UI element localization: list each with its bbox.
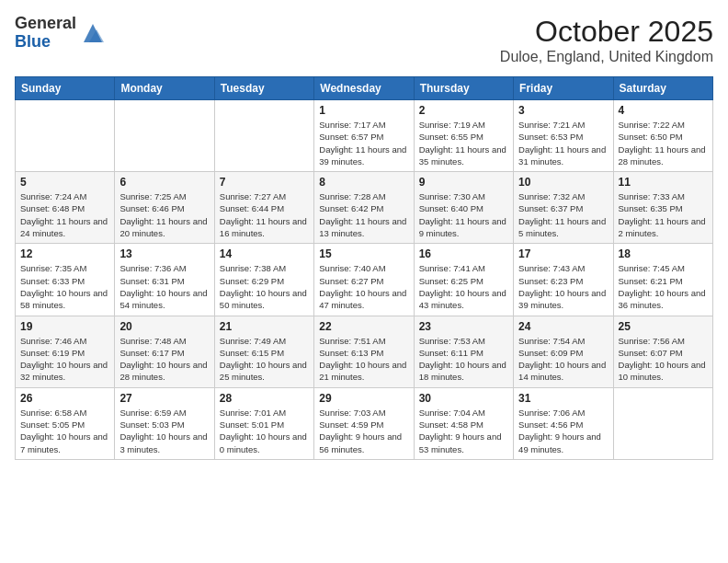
day-number: 3 — [518, 104, 608, 117]
page-container: General Blue October 2025 Duloe, England… — [0, 0, 728, 467]
calendar-header-wednesday: Wednesday — [314, 77, 414, 100]
calendar-cell: 19Sunrise: 7:46 AM Sunset: 6:19 PM Dayli… — [16, 316, 115, 387]
calendar-cell — [214, 100, 313, 172]
calendar-cell: 17Sunrise: 7:43 AM Sunset: 6:23 PM Dayli… — [514, 244, 613, 316]
calendar-week-3: 19Sunrise: 7:46 AM Sunset: 6:19 PM Dayli… — [16, 316, 713, 387]
day-info: Sunrise: 7:04 AM Sunset: 4:58 PM Dayligh… — [419, 407, 508, 455]
day-info: Sunrise: 7:46 AM Sunset: 6:19 PM Dayligh… — [20, 335, 109, 384]
calendar-cell: 18Sunrise: 7:45 AM Sunset: 6:21 PM Dayli… — [613, 244, 712, 316]
title-block: October 2025 Duloe, England, United King… — [500, 15, 713, 65]
day-number: 19 — [20, 320, 109, 333]
logo-general: General — [15, 15, 76, 33]
day-number: 29 — [319, 392, 408, 405]
calendar-cell: 21Sunrise: 7:49 AM Sunset: 6:15 PM Dayli… — [214, 316, 313, 387]
calendar-cell: 31Sunrise: 7:06 AM Sunset: 4:56 PM Dayli… — [514, 387, 613, 459]
calendar-table: SundayMondayTuesdayWednesdayThursdayFrid… — [15, 76, 713, 460]
day-number: 6 — [119, 176, 209, 189]
calendar-cell: 24Sunrise: 7:54 AM Sunset: 6:09 PM Dayli… — [514, 316, 613, 387]
day-number: 30 — [419, 392, 508, 405]
calendar-cell: 5Sunrise: 7:24 AM Sunset: 6:48 PM Daylig… — [16, 172, 115, 244]
day-info: Sunrise: 7:40 AM Sunset: 6:27 PM Dayligh… — [319, 262, 408, 311]
day-info: Sunrise: 7:38 AM Sunset: 6:29 PM Dayligh… — [220, 262, 309, 311]
calendar-header-row: SundayMondayTuesdayWednesdayThursdayFrid… — [16, 77, 713, 100]
calendar-cell: 28Sunrise: 7:01 AM Sunset: 5:01 PM Dayli… — [214, 387, 313, 459]
day-info: Sunrise: 7:22 AM Sunset: 6:50 PM Dayligh… — [619, 119, 708, 167]
day-info: Sunrise: 7:17 AM Sunset: 6:57 PM Dayligh… — [319, 119, 408, 167]
day-info: Sunrise: 7:41 AM Sunset: 6:25 PM Dayligh… — [419, 262, 508, 311]
calendar-cell: 12Sunrise: 7:35 AM Sunset: 6:33 PM Dayli… — [16, 244, 115, 316]
calendar-cell — [16, 100, 115, 172]
day-info: Sunrise: 7:30 AM Sunset: 6:40 PM Dayligh… — [419, 190, 508, 239]
day-info: Sunrise: 7:03 AM Sunset: 4:59 PM Dayligh… — [319, 407, 408, 455]
calendar-week-4: 26Sunrise: 6:58 AM Sunset: 5:05 PM Dayli… — [16, 387, 713, 459]
day-number: 10 — [518, 176, 608, 189]
day-info: Sunrise: 7:56 AM Sunset: 6:07 PM Dayligh… — [619, 335, 708, 384]
day-number: 21 — [220, 320, 309, 333]
day-number: 7 — [220, 176, 309, 189]
calendar-cell: 26Sunrise: 6:58 AM Sunset: 5:05 PM Dayli… — [16, 387, 115, 459]
calendar-header-friday: Friday — [514, 77, 613, 100]
day-info: Sunrise: 7:54 AM Sunset: 6:09 PM Dayligh… — [518, 335, 608, 384]
day-info: Sunrise: 7:48 AM Sunset: 6:17 PM Dayligh… — [119, 335, 209, 384]
day-info: Sunrise: 6:58 AM Sunset: 5:05 PM Dayligh… — [20, 407, 109, 455]
calendar-cell: 15Sunrise: 7:40 AM Sunset: 6:27 PM Dayli… — [314, 244, 414, 316]
day-number: 17 — [518, 247, 608, 260]
calendar-cell: 2Sunrise: 7:19 AM Sunset: 6:55 PM Daylig… — [414, 100, 513, 172]
calendar-cell — [613, 387, 712, 459]
day-number: 24 — [518, 320, 608, 333]
calendar-cell: 20Sunrise: 7:48 AM Sunset: 6:17 PM Dayli… — [115, 316, 214, 387]
calendar-cell: 3Sunrise: 7:21 AM Sunset: 6:53 PM Daylig… — [514, 100, 613, 172]
day-number: 16 — [419, 247, 508, 260]
day-number: 2 — [419, 104, 508, 117]
calendar-cell: 10Sunrise: 7:32 AM Sunset: 6:37 PM Dayli… — [514, 172, 613, 244]
day-info: Sunrise: 7:35 AM Sunset: 6:33 PM Dayligh… — [20, 262, 109, 311]
calendar-week-1: 5Sunrise: 7:24 AM Sunset: 6:48 PM Daylig… — [16, 172, 713, 244]
header: General Blue October 2025 Duloe, England… — [15, 15, 713, 65]
day-info: Sunrise: 7:33 AM Sunset: 6:35 PM Dayligh… — [619, 190, 708, 239]
calendar-header-sunday: Sunday — [16, 77, 115, 100]
day-info: Sunrise: 7:49 AM Sunset: 6:15 PM Dayligh… — [220, 335, 309, 384]
calendar-week-0: 1Sunrise: 7:17 AM Sunset: 6:57 PM Daylig… — [16, 100, 713, 172]
calendar-cell: 7Sunrise: 7:27 AM Sunset: 6:44 PM Daylig… — [214, 172, 313, 244]
day-number: 23 — [419, 320, 508, 333]
day-number: 5 — [20, 176, 109, 189]
day-number: 1 — [319, 104, 408, 117]
calendar-header-thursday: Thursday — [414, 77, 513, 100]
calendar-cell: 29Sunrise: 7:03 AM Sunset: 4:59 PM Dayli… — [314, 387, 414, 459]
location: Duloe, England, United Kingdom — [500, 49, 713, 65]
day-info: Sunrise: 7:45 AM Sunset: 6:21 PM Dayligh… — [619, 262, 708, 311]
calendar-cell: 16Sunrise: 7:41 AM Sunset: 6:25 PM Dayli… — [414, 244, 513, 316]
day-number: 15 — [319, 247, 408, 260]
day-number: 31 — [518, 392, 608, 405]
day-info: Sunrise: 7:21 AM Sunset: 6:53 PM Dayligh… — [518, 119, 608, 167]
day-number: 18 — [619, 247, 708, 260]
calendar-cell: 27Sunrise: 6:59 AM Sunset: 5:03 PM Dayli… — [115, 387, 214, 459]
logo: General Blue — [15, 15, 106, 52]
day-number: 11 — [619, 176, 708, 189]
calendar-header-saturday: Saturday — [613, 77, 712, 100]
calendar-cell: 6Sunrise: 7:25 AM Sunset: 6:46 PM Daylig… — [115, 172, 214, 244]
calendar-cell: 23Sunrise: 7:53 AM Sunset: 6:11 PM Dayli… — [414, 316, 513, 387]
day-info: Sunrise: 7:32 AM Sunset: 6:37 PM Dayligh… — [518, 190, 608, 239]
logo-text: General Blue — [15, 15, 76, 52]
calendar-cell: 25Sunrise: 7:56 AM Sunset: 6:07 PM Dayli… — [613, 316, 712, 387]
day-info: Sunrise: 7:25 AM Sunset: 6:46 PM Dayligh… — [119, 190, 209, 239]
day-info: Sunrise: 7:28 AM Sunset: 6:42 PM Dayligh… — [319, 190, 408, 239]
day-number: 26 — [20, 392, 109, 405]
day-info: Sunrise: 6:59 AM Sunset: 5:03 PM Dayligh… — [119, 407, 209, 455]
calendar-cell: 30Sunrise: 7:04 AM Sunset: 4:58 PM Dayli… — [414, 387, 513, 459]
day-info: Sunrise: 7:27 AM Sunset: 6:44 PM Dayligh… — [220, 190, 309, 239]
logo-icon — [80, 20, 106, 46]
day-number: 4 — [619, 104, 708, 117]
day-info: Sunrise: 7:43 AM Sunset: 6:23 PM Dayligh… — [518, 262, 608, 311]
day-info: Sunrise: 7:36 AM Sunset: 6:31 PM Dayligh… — [119, 262, 209, 311]
calendar-cell: 13Sunrise: 7:36 AM Sunset: 6:31 PM Dayli… — [115, 244, 214, 316]
day-number: 27 — [119, 392, 209, 405]
calendar-cell: 9Sunrise: 7:30 AM Sunset: 6:40 PM Daylig… — [414, 172, 513, 244]
day-number: 22 — [319, 320, 408, 333]
day-number: 9 — [419, 176, 508, 189]
calendar-cell: 1Sunrise: 7:17 AM Sunset: 6:57 PM Daylig… — [314, 100, 414, 172]
day-number: 8 — [319, 176, 408, 189]
day-info: Sunrise: 7:01 AM Sunset: 5:01 PM Dayligh… — [220, 407, 309, 455]
calendar-header-monday: Monday — [115, 77, 214, 100]
